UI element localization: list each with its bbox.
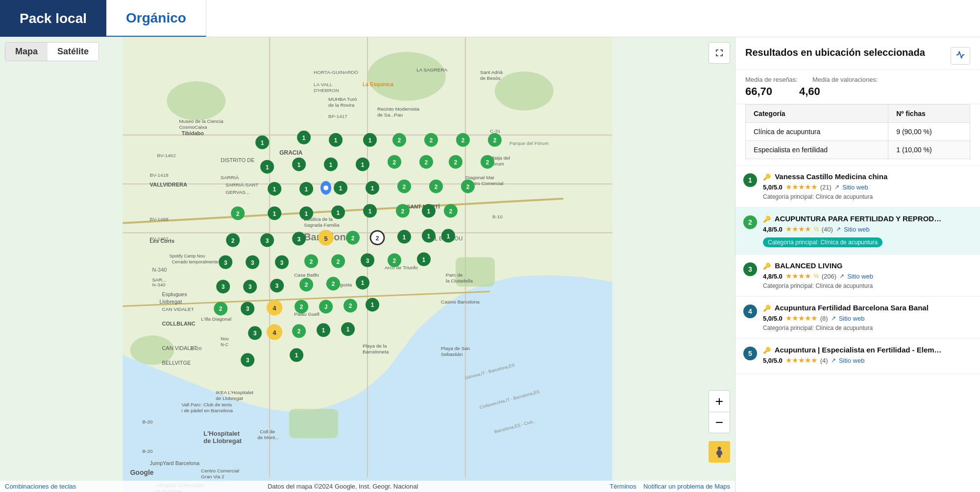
stars-3: ★★★★ [785, 272, 811, 281]
stars-5: ★★★★★ [785, 356, 817, 365]
svg-text:2: 2 [332, 281, 335, 287]
zoom-in-btn[interactable]: + [709, 390, 730, 412]
svg-text:1: 1 [427, 233, 431, 240]
map-view-btn[interactable]: Mapa [5, 43, 48, 61]
result-rating-2: 4,8/5.0 ★★★★½ (40) ↗ Sitio web [763, 225, 972, 234]
svg-text:Diagonal Mar: Diagonal Mar [466, 175, 495, 180]
satellite-view-btn[interactable]: Satélite [48, 43, 98, 61]
col-header-category: Categoría [746, 105, 888, 123]
review-count-5: (4) [820, 357, 828, 364]
svg-text:3: 3 [246, 357, 249, 364]
svg-text:D'HEBRON: D'HEBRON [314, 88, 339, 93]
result-content-1: 🔑 Vanessa Castillo Medicina china 5,0/5.… [763, 172, 972, 200]
svg-text:Parque del Fórum: Parque del Fórum [510, 141, 549, 146]
result-number-3: 3 [743, 262, 757, 276]
svg-text:de Llobregat: de Llobregat [216, 396, 243, 401]
svg-text:1: 1 [371, 302, 374, 308]
svg-text:2: 2 [486, 159, 489, 166]
svg-text:Cerrado temporalmente: Cerrado temporalmente [172, 259, 218, 264]
results-chart-btn[interactable] [951, 47, 970, 65]
zoom-out-btn[interactable]: − [709, 412, 730, 433]
terms-link[interactable]: Términos [610, 483, 636, 490]
svg-text:Esplugues: Esplugues [162, 291, 187, 297]
tab-organico[interactable]: Orgánico [106, 0, 206, 37]
result-item-4: 4 🔑 Acupuntura Fertilidad Barcelona Sara… [735, 297, 980, 339]
svg-text:2: 2 [305, 281, 308, 288]
rating-score-1: 5,0/5.0 [763, 184, 783, 191]
svg-text:2: 2 [493, 137, 496, 144]
svg-text:2: 2 [435, 184, 438, 190]
svg-text:Gran Via 2: Gran Via 2 [201, 474, 224, 479]
svg-text:de Mont...: de Mont... [257, 435, 279, 440]
svg-text:B-20: B-20 [142, 419, 153, 424]
category-table: Categoría Nº fichas Clínica de acupuntur… [745, 104, 970, 159]
category-name-2: Especialista en fertilidad [746, 141, 888, 159]
svg-text:2: 2 [425, 159, 428, 166]
keyboard-shortcuts[interactable]: Combinaciones de teclas [5, 483, 76, 490]
report-link[interactable]: Notificar un problema de Maps [643, 483, 730, 490]
svg-text:Spotify Camp Nou: Spotify Camp Nou [169, 254, 205, 258]
svg-text:HORTA-GUINARDÓ: HORTA-GUINARDÓ [314, 70, 358, 75]
result-name-1: 🔑 Vanessa Castillo Medicina china [763, 172, 944, 181]
svg-text:2: 2 [430, 137, 433, 144]
svg-text:3: 3 [280, 259, 284, 266]
svg-text:i de pàdel en Barcelona: i de pàdel en Barcelona [181, 408, 233, 413]
svg-text:1: 1 [302, 135, 306, 141]
site-link-1[interactable]: Sitio web [842, 184, 868, 191]
result-number-1: 1 [743, 173, 757, 187]
ratings-value: 4,60 [799, 85, 820, 98]
site-link-2[interactable]: Sitio web [844, 226, 870, 233]
svg-text:3: 3 [251, 259, 254, 266]
result-content-3: 🔑 BALANCED LIVING 4,8/5.0 ★★★★½ (206) ↗ … [763, 261, 972, 289]
map-section: Mapa Satélite [0, 37, 735, 492]
svg-text:1: 1 [371, 185, 374, 192]
svg-text:Casino Barcelona: Casino Barcelona [441, 299, 480, 305]
review-count-3: (206) [822, 273, 836, 280]
svg-text:1: 1 [337, 210, 340, 216]
street-view-person[interactable] [709, 441, 730, 463]
svg-text:2: 2 [337, 258, 340, 265]
svg-text:2: 2 [449, 208, 452, 215]
svg-text:N-340: N-340 [152, 267, 167, 273]
svg-text:Sagrada Familia: Sagrada Familia [304, 222, 340, 228]
svg-text:Arco de Triunfo: Arco de Triunfo [385, 265, 418, 270]
svg-text:L'illa Diagonal: L'illa Diagonal [201, 316, 231, 322]
map-canvas[interactable]: BP-1417 BV-1462 BV-1418 BV-1468 BV-1462 … [0, 37, 735, 492]
table-row: Especialista en fertilidad 1 (10,00 %) [746, 141, 970, 159]
result-rating-3: 4,8/5.0 ★★★★½ (206) ↗ Sitio web [763, 272, 972, 281]
svg-rect-13 [289, 409, 338, 438]
review-count-4: (8) [820, 315, 828, 322]
result-name-5: 🔑 Acupuntura | Especialista en Fertilida… [763, 346, 944, 354]
svg-text:Sant Adrià: Sant Adrià [480, 70, 503, 75]
top-tabs: Pack local Orgánico [0, 0, 980, 37]
map-footer-links: Términos Notificar un problema de Maps [610, 483, 730, 490]
reviews-label: Media de reseñas: [745, 76, 798, 83]
site-link-4[interactable]: Sitio web [839, 315, 865, 322]
svg-text:SAR...: SAR... [152, 277, 166, 282]
result-content-4: 🔑 Acupuntura Fertilidad Barcelona Sara B… [763, 304, 972, 331]
map-data-credit: Datos del mapa ©2024 Google, Inst. Geogr… [268, 483, 418, 490]
svg-text:3: 3 [253, 330, 257, 337]
svg-text:2: 2 [231, 237, 235, 244]
category-count-1: 9 (90,00 %) [888, 123, 970, 141]
col-header-count: Nº fichas [888, 105, 970, 123]
svg-text:1: 1 [266, 164, 269, 171]
svg-text:2: 2 [461, 137, 465, 144]
svg-text:Museo de la Ciencia: Museo de la Ciencia [179, 118, 223, 124]
tab-pack-local[interactable]: Pack local [0, 0, 106, 37]
svg-point-236 [718, 447, 721, 450]
results-title: Resultados en ubicación seleccionada [745, 47, 925, 58]
fullscreen-btn[interactable] [709, 42, 730, 64]
key-icon-5: 🔑 [763, 347, 771, 354]
svg-text:2: 2 [300, 304, 303, 310]
site-link-5[interactable]: Sitio web [839, 357, 865, 364]
site-link-3[interactable]: Sitio web [847, 273, 873, 280]
svg-text:Llobregat: Llobregat [159, 299, 182, 305]
ratings-label: Media de valoraciones: [812, 76, 878, 83]
svg-text:3: 3 [266, 237, 269, 244]
svg-text:LA VALL: LA VALL [314, 82, 333, 87]
svg-text:2: 2 [297, 328, 301, 335]
svg-text:1: 1 [305, 211, 308, 217]
svg-text:de la Rovira: de la Rovira [328, 102, 355, 108]
stats-section: Media de reseñas: Media de valoraciones:… [735, 70, 980, 104]
